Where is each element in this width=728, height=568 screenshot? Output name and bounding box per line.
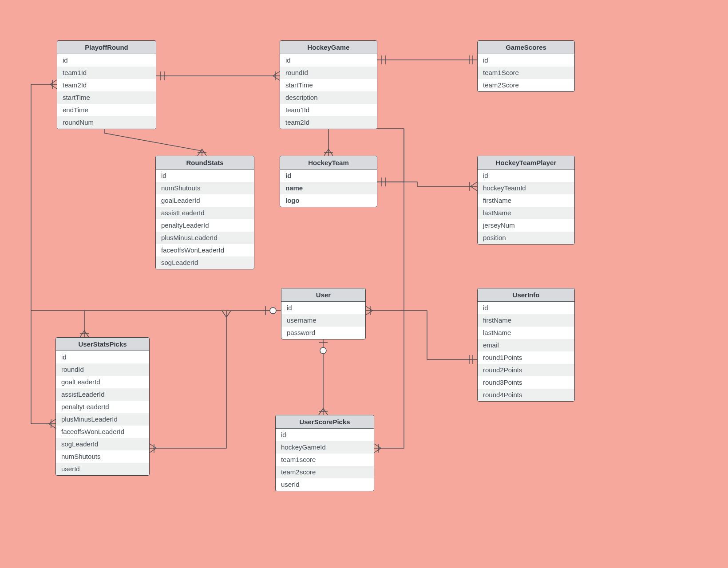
entity-title: PlayoffRound [57,41,156,54]
entity-field: id [276,429,374,441]
entity-field: id [478,302,574,314]
entity-field: startTime [280,79,377,91]
entity-field: position [478,232,574,244]
entity-field: team1Id [57,67,156,79]
entity-field: round3Points [478,376,574,389]
entity-field: team2Id [57,79,156,91]
entity-field: lastName [478,327,574,339]
entity-title: HockeyTeamPlayer [478,156,574,170]
entity-field: firstName [478,194,574,207]
entity-field: faceoffsWonLeaderId [56,426,149,438]
entity-field: roundId [280,67,377,79]
entity-field: numShutouts [156,182,254,194]
entity-field: goalLeaderId [156,194,254,207]
entity-field: jerseyNum [478,219,574,232]
entity-hockey-team: HockeyTeam id name logo [280,156,377,207]
entity-field: team1Score [478,67,574,79]
entity-user-score-picks: UserScorePicks id hockeyGameId team1scor… [275,415,374,491]
entity-field: plusMinusLeaderId [56,413,149,426]
entity-field: penaltyLeaderId [156,219,254,232]
entity-title: UserScorePicks [276,415,374,429]
entity-field: firstName [478,314,574,327]
entity-field: logo [280,194,377,207]
svg-point-28 [320,347,326,354]
entity-field: id [56,351,149,363]
entity-field: id [156,170,254,182]
entity-title: User [281,288,365,302]
entity-field: lastName [478,207,574,219]
entity-field: team2score [276,466,374,478]
entity-title: UserInfo [478,288,574,302]
entity-field: round2Points [478,364,574,376]
entity-field: roundId [56,363,149,376]
entity-playoff-round: PlayoffRound id team1Id team2Id startTim… [57,40,156,129]
entity-field: hockeyTeamId [478,182,574,194]
entity-user-stats-picks: UserStatsPicks id roundId goalLeaderId a… [55,337,150,476]
entity-field: sogLeaderId [156,256,254,269]
entity-field: id [280,170,377,182]
entity-field: hockeyGameId [276,441,374,454]
entity-field: id [280,54,377,67]
entity-title: RoundStats [156,156,254,170]
entity-field: team2Score [478,79,574,91]
entity-title: UserStatsPicks [56,338,149,351]
entity-user: User id username password [281,288,366,339]
entity-field: sogLeaderId [56,438,149,450]
entity-field: id [57,54,156,67]
entity-field: username [281,314,365,327]
entity-field: faceoffsWonLeaderId [156,244,254,256]
entity-field: startTime [57,91,156,104]
svg-point-22 [270,308,276,314]
entity-field: userId [276,478,374,491]
entity-field: team1Id [280,104,377,116]
entity-field: id [478,54,574,67]
entity-title: HockeyGame [280,41,377,54]
entity-field: assistLeaderId [56,388,149,401]
entity-field: numShutouts [56,450,149,463]
entity-title: GameScores [478,41,574,54]
entity-title: HockeyTeam [280,156,377,170]
entity-field: description [280,91,377,104]
entity-hockey-team-player: HockeyTeamPlayer id hockeyTeamId firstNa… [477,156,575,245]
entity-field: password [281,327,365,339]
entity-field: assistLeaderId [156,207,254,219]
entity-field: team2Id [280,116,377,129]
entity-round-stats: RoundStats id numShutouts goalLeaderId a… [155,156,254,269]
entity-game-scores: GameScores id team1Score team2Score [477,40,575,92]
entity-user-info: UserInfo id firstName lastName email rou… [477,288,575,402]
entity-field: penaltyLeaderId [56,401,149,413]
entity-field: id [478,170,574,182]
entity-field: team1score [276,454,374,466]
entity-field: roundNum [57,116,156,129]
entity-field: round4Points [478,389,574,401]
entity-field: endTime [57,104,156,116]
entity-field: plusMinusLeaderId [156,232,254,244]
entity-field: userId [56,463,149,475]
entity-field: round1Points [478,351,574,364]
entity-field: name [280,182,377,194]
entity-field: email [478,339,574,351]
entity-field: id [281,302,365,314]
entity-field: goalLeaderId [56,376,149,388]
entity-hockey-game: HockeyGame id roundId startTime descript… [280,40,377,129]
